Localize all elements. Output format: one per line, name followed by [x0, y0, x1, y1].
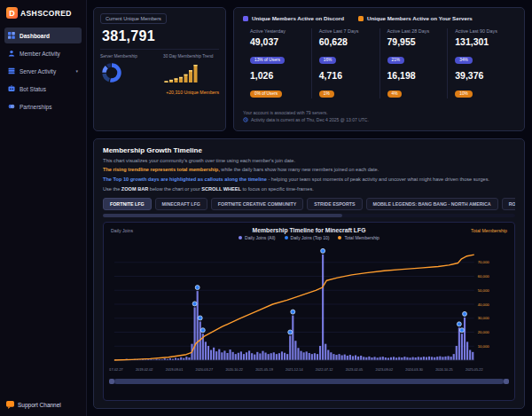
tab-mobile-legends[interactable]: MOBILE LEGENDS: BANG BANG - NORTH AMERIC…	[366, 198, 498, 210]
mini-charts-row: Server Membership 30 Day Membership Tren…	[100, 49, 219, 88]
growth-title: Membership Growth Timeline	[103, 146, 515, 154]
svg-text:2019-02-02: 2019-02-02	[136, 368, 153, 372]
orange-dot-icon	[338, 236, 341, 239]
sidebar: D ASHSCORED Dashboard Member Activity	[0, 0, 87, 416]
discord-badge: 34%	[455, 57, 473, 64]
tabs-scrollbar[interactable]	[103, 214, 515, 217]
tab-fortnite-lfg[interactable]: FORTNITE LFG	[103, 198, 152, 210]
tab-stride-esports[interactable]: STRIDE ESPORTS	[307, 198, 362, 210]
svg-text:60,000: 60,000	[478, 274, 490, 279]
data-freshness-note: Activity data is current as of Thu, Dec …	[243, 116, 515, 123]
tabs-scrollbar-thumb[interactable]	[103, 214, 342, 217]
partnership-icon	[8, 103, 15, 110]
svg-text:10,000: 10,000	[478, 344, 490, 349]
chart-legend: Daily Joins (All) Daily Joins (Top 10) T…	[109, 235, 509, 240]
sidebar-item-dashboard[interactable]: Dashboard	[4, 27, 82, 43]
left-axis-label: Daily Joins	[111, 228, 133, 233]
growth-description-4: Use the ZOOM BAR below the chart or your…	[103, 186, 515, 192]
servers-badge: 1%	[319, 90, 334, 98]
zoom-handle-right[interactable]	[504, 379, 509, 384]
sidebar-item-member-activity[interactable]: Member Activity	[4, 45, 82, 61]
legend-daily-joins-top10[interactable]: Daily Joins (Top 10)	[285, 235, 330, 240]
main-content: Current Unique Members 381,791 Server Me…	[86, 0, 532, 416]
svg-text:30,000: 30,000	[478, 316, 490, 320]
svg-text:2023-09-02: 2023-09-02	[376, 368, 394, 372]
servers-legend-swatch	[358, 16, 364, 21]
svg-text:2024-10-25: 2024-10-25	[435, 368, 453, 372]
chart-title: Membership Timeline for Minecraft LFG	[109, 227, 509, 233]
support-channel-label: Support Channel	[18, 402, 61, 408]
discord-value: 60,628	[319, 36, 372, 47]
svg-text:2019-09-01: 2019-09-01	[166, 368, 184, 372]
sidebar-item-bot-status[interactable]: Bot Status	[4, 81, 82, 97]
svg-text:2024-03-30: 2024-03-30	[405, 368, 423, 372]
activity-col-28days: Active Last 28 Days 79,955 21% 16,198 4%	[379, 28, 448, 98]
activity-footer: Your account is associated with 79 serve…	[243, 109, 515, 123]
sidebar-nav: Dashboard Member Activity Server Activit…	[0, 27, 86, 114]
discord-badge: 13% of Users	[250, 57, 285, 64]
unique-members-value: 381,791	[102, 28, 217, 44]
legend-daily-joins-all[interactable]: Daily Joins (All)	[239, 235, 275, 240]
servers-value: 39,376	[455, 70, 508, 81]
discord-badge: 21%	[387, 57, 405, 64]
legend-servers: Unique Members Active on Your Servers	[358, 15, 473, 21]
legend-total-membership[interactable]: Total Membership	[338, 235, 379, 240]
discord-value: 49,037	[250, 36, 304, 47]
trend-delta: +20,310 Unique Members	[100, 90, 219, 95]
discord-value: 79,955	[387, 36, 441, 47]
servers-value: 16,198	[387, 70, 441, 81]
discord-legend-swatch	[243, 16, 248, 21]
growth-description-1: This chart visualizes your community's g…	[103, 158, 515, 164]
activity-legend: Unique Members Active on Discord Unique …	[243, 15, 515, 21]
server-icon	[8, 67, 15, 75]
svg-text:70,000: 70,000	[478, 260, 490, 264]
robot-icon	[8, 85, 15, 92]
column-header: Active Last 7 Days	[319, 28, 372, 34]
servers-badge: 0% of Users	[250, 90, 282, 98]
membership-growth-card: Membership Growth Timeline This chart vi…	[93, 138, 525, 409]
person-icon	[8, 50, 15, 57]
sidebar-item-label: Server Activity	[20, 68, 56, 75]
dashboard-icon	[8, 32, 15, 39]
svg-text:2022-07-12: 2022-07-12	[316, 368, 333, 372]
zoom-thumb[interactable]	[114, 379, 504, 384]
svg-text:2025-05-22: 2025-05-22	[466, 368, 483, 372]
server-membership-donut	[100, 61, 123, 84]
tab-fortnite-creative[interactable]: FORTNITE CREATIVE COMMUNITY	[211, 198, 303, 210]
chevron-down-icon: ▾	[75, 68, 78, 74]
discord-value: 131,301	[455, 36, 508, 47]
sidebar-item-server-activity[interactable]: Server Activity ▾	[4, 63, 82, 79]
timeline-chart-svg[interactable]: 10,00020,00030,00040,00050,00060,00070,0…	[109, 243, 509, 376]
logo-text: ASHSCORED	[20, 9, 72, 18]
svg-text:2017-02-27: 2017-02-27	[109, 368, 123, 372]
thirty-day-trend-chart	[163, 61, 199, 84]
discord-badge: 16%	[319, 57, 337, 64]
svg-text:50,000: 50,000	[478, 288, 490, 293]
sidebar-item-support-channel[interactable]: Support Channel	[0, 401, 86, 409]
blue-dot-icon	[285, 236, 288, 239]
legend-discord-label: Unique Members Active on Discord	[252, 15, 344, 21]
svg-text:2021-12-14: 2021-12-14	[286, 368, 303, 372]
card-title: Current Unique Members	[100, 13, 167, 24]
clock-icon	[243, 117, 248, 122]
sidebar-item-partnerships[interactable]: Partnerships	[4, 98, 82, 114]
chart-header: Daily Joins Membership Timeline for Mine…	[109, 227, 509, 243]
servers-value: 1,026	[250, 70, 304, 81]
servers-badge: 10%	[455, 90, 473, 98]
activity-col-7days: Active Last 7 Days 60,628 16% 4,716 1%	[311, 28, 379, 98]
server-tabs: FORTNITE LFG MINECRAFT LFG FORTNITE CREA…	[103, 198, 515, 210]
tab-rocket-league[interactable]: ROCKET LEAGUE H	[502, 198, 515, 210]
growth-description-2: The rising trendline represents total me…	[103, 167, 515, 173]
servers-associated-note: Your account is associated with 79 serve…	[243, 109, 515, 116]
right-axis-label: Total Membership	[471, 228, 507, 233]
zoom-bar[interactable]	[109, 379, 509, 384]
logo[interactable]: D ASHSCORED	[0, 0, 86, 24]
svg-text:2020-03-27: 2020-03-27	[196, 368, 214, 372]
current-unique-members-card: Current Unique Members 381,791 Server Me…	[93, 7, 226, 131]
column-header: Active Yesterday	[250, 28, 304, 34]
sidebar-item-label: Bot Status	[20, 86, 46, 92]
svg-text:40,000: 40,000	[478, 302, 490, 307]
tab-minecraft-lfg[interactable]: MINECRAFT LFG	[155, 198, 207, 210]
trend-label: 30 Day Membership Trend	[163, 54, 219, 59]
purple-dot-icon	[239, 236, 242, 239]
